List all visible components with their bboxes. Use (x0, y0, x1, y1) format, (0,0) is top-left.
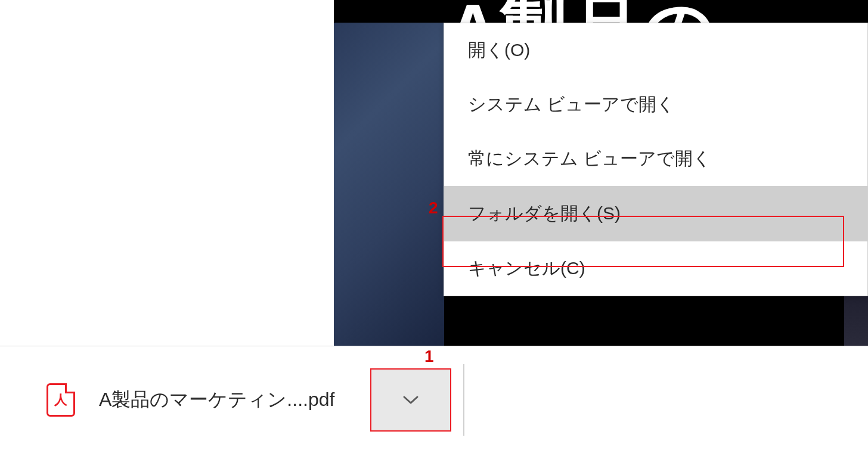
chevron-down-icon (402, 392, 419, 408)
menu-item-cancel[interactable]: キャンセル(C) (444, 241, 867, 296)
page-background-image (334, 23, 444, 346)
menu-item-open-folder[interactable]: フォルダを開く(S) (444, 187, 867, 241)
download-dropdown-button[interactable] (370, 368, 451, 432)
menu-item-always-open-system-viewer[interactable]: 常にシステム ビューアで開く (444, 132, 867, 186)
pdf-icon-glyph: 人 (54, 391, 67, 409)
download-item[interactable]: 人 A製品のマーケティン....pdf (0, 346, 352, 453)
pdf-icon: 人 (46, 383, 75, 417)
menu-item-open-system-viewer[interactable]: システム ビューアで開く (444, 77, 867, 132)
download-bar: 人 A製品のマーケティン....pdf (0, 346, 868, 453)
annotation-marker-2: 2 (429, 198, 438, 218)
menu-item-open[interactable]: 開く(O) (444, 23, 867, 77)
download-filename: A製品のマーケティン....pdf (99, 387, 334, 413)
annotation-marker-1: 1 (424, 347, 434, 366)
download-bar-divider (463, 364, 464, 436)
download-context-menu: 開く(O) システム ビューアで開く 常にシステム ビューアで開く フォルダを開… (444, 23, 868, 296)
